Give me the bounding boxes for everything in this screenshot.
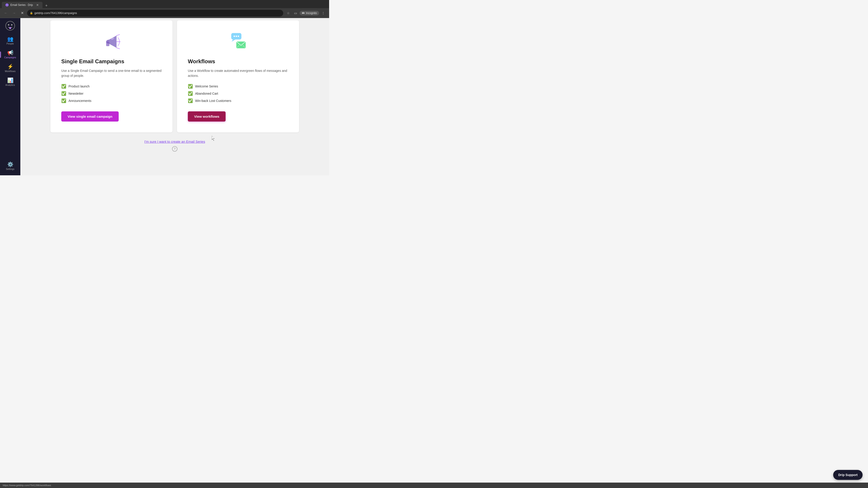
svg-point-12	[236, 36, 237, 37]
tab-close-button[interactable]: ✕	[36, 3, 39, 7]
sidebar-item-analytics[interactable]: 📊 Analytics	[1, 76, 19, 89]
cast-button[interactable]: ▭	[292, 10, 299, 16]
lock-icon: 🔒	[30, 11, 33, 14]
feature-label-2: Newsletter	[68, 92, 84, 95]
workflow-feature-item: ✅ Win-back Lost Customers	[188, 98, 231, 103]
sidebar-label-campaigns: Campaigns	[4, 56, 16, 59]
workflow-feature-label-1: Welcome Series	[195, 85, 218, 88]
forward-button[interactable]: →	[11, 10, 17, 16]
incognito-label: Incognito	[306, 11, 317, 15]
sidebar: 👥 People 📢 Campaigns ⚡ Workflows 📊 Analy…	[0, 18, 20, 175]
sidebar-label-settings: Settings	[6, 168, 14, 170]
feature-item: ✅ Product launch	[61, 84, 91, 89]
tab-bar: 🔮 Email Series · Drip ✕ +	[0, 0, 329, 8]
settings-icon: ⚙️	[7, 162, 13, 167]
check-icon-2: ✅	[61, 91, 66, 96]
single-email-features: ✅ Product launch ✅ Newsletter ✅ Announce…	[61, 84, 91, 103]
megaphone-illustration	[61, 29, 162, 52]
menu-button[interactable]: ⋮	[320, 10, 327, 16]
sidebar-item-people[interactable]: 👥 People	[1, 34, 19, 47]
reload-button[interactable]: ✕	[19, 10, 25, 16]
email-series-link[interactable]: I'm sure I want to create an Email Serie…	[145, 140, 205, 143]
help-icon[interactable]: ?	[172, 146, 178, 152]
sidebar-item-workflows[interactable]: ⚡ Workflows	[1, 62, 19, 75]
view-single-email-button[interactable]: View single email campaign	[61, 111, 119, 122]
analytics-icon: 📊	[7, 78, 13, 83]
sidebar-label-analytics: Analytics	[5, 84, 15, 86]
workflows-features: ✅ Welcome Series ✅ Abandoned Cart ✅ Win-…	[188, 84, 231, 103]
nav-actions: ☆ ▭ 🕶 Incognito ⋮	[285, 10, 327, 16]
main-content: Single Email Campaigns Use a Single Emai…	[20, 18, 329, 175]
svg-point-3	[9, 27, 11, 29]
tab-title: Email Series · Drip	[10, 3, 33, 6]
check-icon-3: ✅	[61, 98, 66, 103]
feature-label-3: Announcements	[68, 99, 91, 103]
active-tab[interactable]: 🔮 Email Series · Drip ✕	[2, 2, 42, 8]
svg-line-7	[117, 48, 120, 49]
bookmark-button[interactable]: ☆	[285, 10, 291, 16]
people-icon: 👥	[7, 37, 13, 41]
svg-rect-8	[106, 42, 110, 46]
feature-item: ✅ Newsletter	[61, 91, 91, 96]
svg-point-2	[11, 24, 12, 26]
check-icon-5: ✅	[188, 91, 193, 96]
workflow-illustration	[188, 29, 288, 52]
feature-item: ✅ Announcements	[61, 98, 91, 103]
cards-row: Single Email Campaigns Use a Single Emai…	[51, 20, 299, 132]
workflow-feature-label-2: Abandoned Cart	[195, 92, 218, 95]
campaigns-icon: 📢	[7, 51, 13, 55]
app-layout: 👥 People 📢 Campaigns ⚡ Workflows 📊 Analy…	[0, 18, 329, 175]
single-email-title: Single Email Campaigns	[61, 58, 124, 65]
workflows-card: Workflows Use a Workflow to create autom…	[177, 20, 299, 132]
sidebar-label-workflows: Workflows	[5, 70, 16, 72]
sidebar-item-campaigns[interactable]: 📢 Campaigns	[1, 48, 19, 61]
check-icon-4: ✅	[188, 84, 193, 89]
view-workflows-button[interactable]: View workflows	[188, 111, 225, 122]
back-button[interactable]: ←	[3, 10, 9, 16]
check-icon-6: ✅	[188, 98, 193, 103]
svg-point-1	[8, 24, 9, 26]
sidebar-item-settings[interactable]: ⚙️ Settings	[1, 160, 19, 173]
svg-point-11	[234, 36, 235, 37]
single-email-card: Single Email Campaigns Use a Single Emai…	[51, 20, 173, 132]
incognito-badge[interactable]: 🕶 Incognito	[300, 11, 319, 15]
workflows-description: Use a Workflow to create automated everg…	[188, 68, 288, 78]
sidebar-logo	[5, 21, 15, 31]
workflow-feature-item: ✅ Abandoned Cart	[188, 91, 231, 96]
url-text: getdrip.com/7641396/campaigns	[34, 11, 77, 15]
workflows-title: Workflows	[188, 58, 215, 65]
svg-point-13	[238, 36, 239, 37]
sidebar-label-people: People	[6, 42, 14, 45]
check-icon-1: ✅	[61, 84, 66, 89]
nav-bar: ← → ✕ 🔒 getdrip.com/7641396/campaigns ☆ …	[0, 8, 329, 18]
address-bar[interactable]: 🔒 getdrip.com/7641396/campaigns	[27, 10, 283, 17]
incognito-icon: 🕶	[302, 11, 305, 15]
workflows-icon: ⚡	[7, 64, 13, 69]
single-email-description: Use a Single Email Campaign to send a on…	[61, 68, 162, 78]
feature-label-1: Product launch	[68, 85, 90, 88]
svg-line-5	[117, 35, 120, 36]
drip-logo-icon	[5, 21, 15, 31]
tab-favicon: 🔮	[5, 3, 8, 6]
workflow-feature-label-3: Win-back Lost Customers	[195, 99, 231, 103]
new-tab-button[interactable]: +	[43, 3, 50, 8]
workflow-feature-item: ✅ Welcome Series	[188, 84, 231, 89]
bottom-section: I'm sure I want to create an Email Serie…	[145, 140, 205, 152]
